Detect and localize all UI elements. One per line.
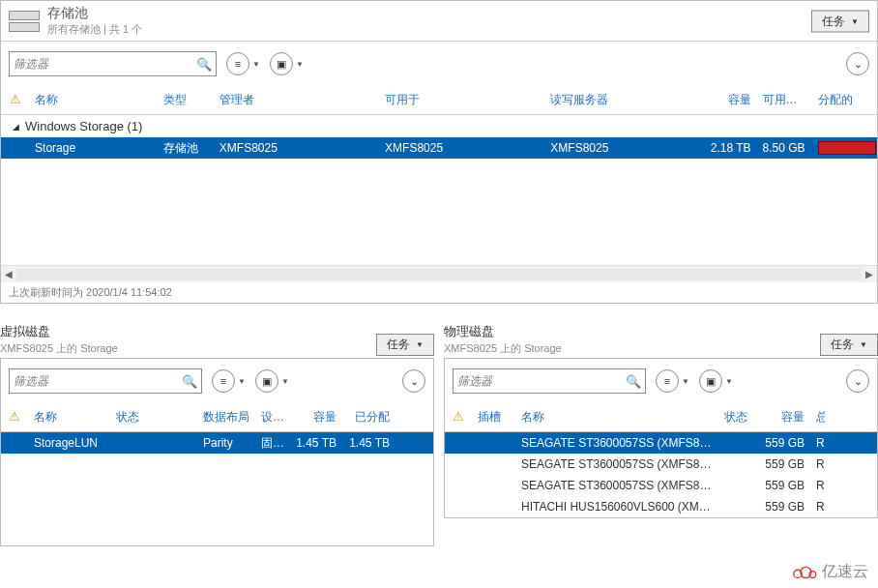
grid-empty-space xyxy=(1,454,433,545)
col-capacity[interactable]: 容量 xyxy=(701,90,756,110)
row-type: 存储池 xyxy=(158,138,213,159)
storage-pool-panel: 存储池 所有存储池 | 共 1 个 任务 ▼ 🔍 ≡ ▼ ▣ ▼ ⌄ ⚠ 名称 … xyxy=(0,0,878,304)
table-row[interactable]: HITACHI HUS156060VLS600 (XMFS8...559 GBR xyxy=(445,496,877,517)
chevron-down-icon: ▼ xyxy=(281,377,289,386)
table-row[interactable]: Storage 存储池 XMFS8025 XMFS8025 XMFS8025 2… xyxy=(1,137,877,159)
tasks-button[interactable]: 任务 ▼ xyxy=(811,10,869,32)
vdisk-title: 虚拟磁盘 xyxy=(0,323,118,340)
vdisk-filter-wrap[interactable]: 🔍 xyxy=(9,368,202,394)
toolbar: 🔍 ≡ ▼ ▣ ▼ ⌄ xyxy=(1,42,877,86)
row-status xyxy=(718,484,757,487)
chevron-down-icon: ▼ xyxy=(296,60,304,69)
pdisk-filter-wrap[interactable]: 🔍 xyxy=(453,368,646,394)
row-icon xyxy=(445,505,472,509)
pdisk-view-combo[interactable]: ≡ ▼ xyxy=(656,369,689,393)
col-rwserver[interactable]: 读写服务器 xyxy=(544,90,701,110)
row-capacity: 2.18 TB xyxy=(701,139,756,157)
row-name: SEAGATE ST3600057SS (XMFS8025) xyxy=(515,456,718,473)
panel-subtitle: 所有存储池 | 共 1 个 xyxy=(47,22,142,37)
row-layout: Parity xyxy=(197,434,255,452)
list-view-icon[interactable]: ≡ xyxy=(656,369,679,393)
pcol-cap[interactable]: 容量 xyxy=(757,407,810,427)
warning-column-icon[interactable]: ⚠ xyxy=(1,407,28,427)
pcol-status[interactable]: 状态 xyxy=(718,407,757,427)
list-view-icon[interactable]: ≡ xyxy=(212,369,235,393)
col-manager[interactable]: 管理者 xyxy=(214,90,379,110)
col-type[interactable]: 类型 xyxy=(158,90,213,110)
warning-column-icon[interactable]: ⚠ xyxy=(445,407,472,427)
col-avail[interactable]: 可用于 xyxy=(379,90,544,110)
chevron-down-icon: ▼ xyxy=(851,16,859,25)
vdisk-tasks-button[interactable]: 任务 ▼ xyxy=(376,334,434,356)
pdisk-toolbar: 🔍 ≡ ▼ ▣ ▼ ⌄ xyxy=(445,359,877,403)
horizontal-scrollbar[interactable]: ◀ ▶ xyxy=(1,265,877,282)
row-icon xyxy=(1,441,28,445)
vcol-set[interactable]: 设置 xyxy=(255,407,289,427)
pdisk-tasks-button[interactable]: 任务 ▼ xyxy=(820,334,878,356)
search-icon[interactable]: 🔍 xyxy=(182,374,197,389)
warning-column-icon[interactable]: ⚠ xyxy=(1,90,29,110)
vcol-layout[interactable]: 数据布局 xyxy=(197,407,255,427)
row-manager: XMFS8025 xyxy=(214,139,379,157)
expand-icon[interactable]: ⌄ xyxy=(846,369,869,393)
grid-empty-space xyxy=(1,159,877,265)
row-icon xyxy=(1,146,29,150)
sub-panels: 虚拟磁盘 XMFS8025 上的 Storage 任务 ▼ 🔍 ≡ ▼ ▣ xyxy=(0,323,878,546)
search-icon[interactable]: 🔍 xyxy=(196,57,212,72)
vdisk-view-combo[interactable]: ≡ ▼ xyxy=(212,369,246,393)
chevron-down-icon: ▼ xyxy=(252,60,260,69)
row-slot xyxy=(472,441,515,445)
col-freespace[interactable]: 可用空间 xyxy=(757,90,812,110)
list-view-icon[interactable]: ≡ xyxy=(226,52,249,75)
scroll-left-icon[interactable]: ◀ xyxy=(1,269,16,279)
col-name[interactable]: 名称 xyxy=(29,90,158,110)
vcol-alloc[interactable]: 已分配 xyxy=(342,407,395,427)
row-cap: 559 GB xyxy=(757,498,810,515)
tasks-label: 任务 xyxy=(831,337,854,353)
chevron-down-icon: ▼ xyxy=(860,340,867,349)
pdisk-group-combo[interactable]: ▣ ▼ xyxy=(699,369,733,393)
view-mode-combo[interactable]: ≡ ▼ xyxy=(226,52,260,75)
row-slot xyxy=(472,462,515,466)
table-row[interactable]: StorageLUN Parity 固定 1.45 TB 1.45 TB xyxy=(1,432,433,454)
filter-input-wrap[interactable]: 🔍 xyxy=(9,51,217,76)
expand-icon[interactable]: ⌄ xyxy=(846,52,869,75)
tasks-label: 任务 xyxy=(822,13,845,29)
pdisk-filter-input[interactable] xyxy=(457,374,626,388)
scroll-track[interactable] xyxy=(16,269,862,280)
search-icon[interactable]: 🔍 xyxy=(626,374,641,389)
row-status xyxy=(110,441,197,445)
table-row[interactable]: SEAGATE ST3600057SS (XMFS8025)559 GBR xyxy=(445,475,877,496)
table-row[interactable]: SEAGATE ST3600057SS (XMFS8025)559 GBR xyxy=(445,432,877,454)
vcol-name[interactable]: 名称 xyxy=(28,407,110,427)
vdisk-toolbar: 🔍 ≡ ▼ ▣ ▼ ⌄ xyxy=(1,359,433,403)
expand-icon[interactable]: ⌄ xyxy=(402,369,425,393)
chevron-down-icon: ▼ xyxy=(682,377,689,386)
row-ext: R xyxy=(810,498,825,515)
pcol-slot[interactable]: 插槽 xyxy=(472,407,515,427)
vcol-cap[interactable]: 容量 xyxy=(289,407,342,427)
panel-title: 存储池 xyxy=(47,5,142,22)
col-alloc[interactable]: 分配的 xyxy=(812,90,877,110)
tag-view-icon[interactable]: ▣ xyxy=(699,369,722,393)
group-mode-combo[interactable]: ▣ ▼ xyxy=(270,52,304,75)
row-icon xyxy=(445,484,472,487)
vdisk-subtitle: XMFS8025 上的 Storage xyxy=(0,341,118,356)
pcol-ext[interactable]: 总 xyxy=(810,407,825,427)
pdisk-grid-header: ⚠ 插槽 名称 状态 容量 总 xyxy=(445,403,877,432)
tag-view-icon[interactable]: ▣ xyxy=(270,52,293,75)
row-icon xyxy=(445,462,472,466)
vdisk-filter-input[interactable] xyxy=(14,374,182,388)
vdisk-group-combo[interactable]: ▣ ▼ xyxy=(255,369,289,393)
pcol-name[interactable]: 名称 xyxy=(515,407,718,427)
table-row[interactable]: SEAGATE ST3600057SS (XMFS8025)559 GBR xyxy=(445,454,877,475)
filter-input[interactable] xyxy=(14,57,196,71)
row-cap: 1.45 TB xyxy=(289,434,342,452)
vcol-status[interactable]: 状态 xyxy=(110,407,197,427)
tag-view-icon[interactable]: ▣ xyxy=(255,369,278,393)
vdisk-grid-header: ⚠ 名称 状态 数据布局 设置 容量 已分配 xyxy=(1,403,433,432)
group-row[interactable]: ◢ Windows Storage (1) xyxy=(1,115,877,137)
scroll-right-icon[interactable]: ▶ xyxy=(862,269,877,279)
chevron-down-icon: ▼ xyxy=(416,340,424,349)
pdisk-title: 物理磁盘 xyxy=(444,323,562,340)
